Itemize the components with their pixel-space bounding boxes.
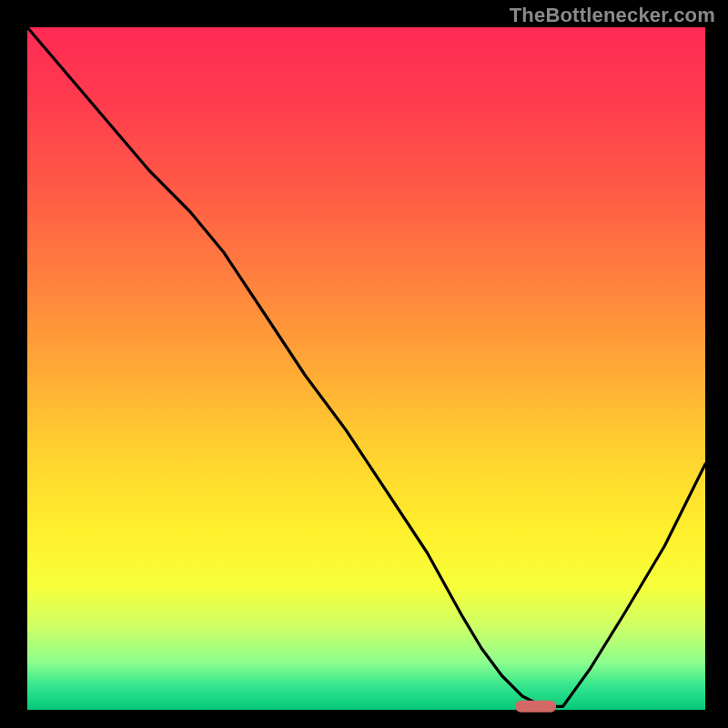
bottleneck-chart	[0, 0, 728, 728]
optimal-marker	[515, 701, 556, 713]
chart-frame: TheBottleneсker.com	[0, 0, 728, 728]
gradient-background	[27, 27, 705, 710]
watermark-text: TheBottleneсker.com	[510, 4, 715, 27]
